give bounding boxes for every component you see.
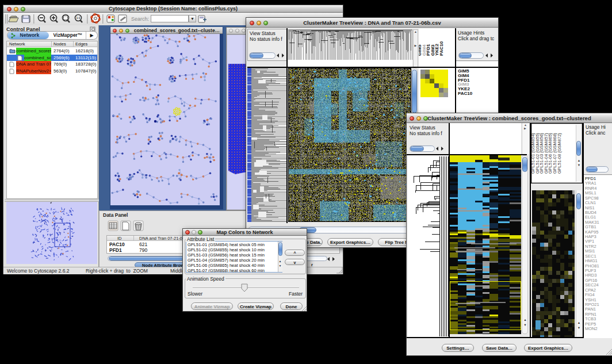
svg-text:1:1: 1:1 (76, 16, 80, 20)
svg-text:GPL51-08 (GSM872): GPL51-08 (GSM872) (557, 133, 562, 174)
svg-text:Search:: Search: (131, 16, 149, 22)
svg-text:PAC10: PAC10 (439, 41, 444, 56)
